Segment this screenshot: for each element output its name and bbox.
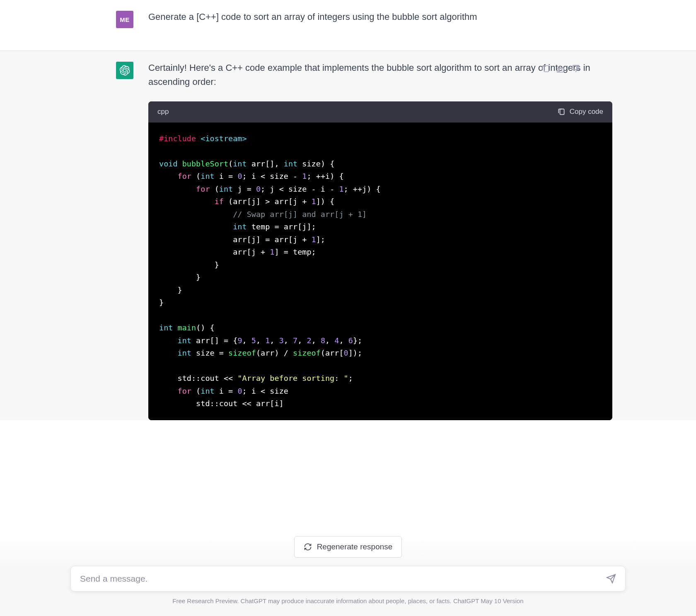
regenerate-label: Regenerate response xyxy=(317,542,393,551)
clipboard-icon xyxy=(541,64,550,73)
thumbs-down-icon xyxy=(571,64,580,73)
code-language-label: cpp xyxy=(157,106,169,117)
thumbs-down-button[interactable] xyxy=(571,64,580,73)
user-message: ME Generate a [C++] code to sort an arra… xyxy=(116,10,580,28)
message-actions xyxy=(541,64,580,73)
regenerate-button[interactable]: Regenerate response xyxy=(294,536,402,558)
user-avatar: ME xyxy=(116,11,133,28)
assistant-avatar xyxy=(116,62,133,79)
send-icon xyxy=(606,574,616,584)
conversation: ME Generate a [C++] code to sort an arra… xyxy=(0,0,696,420)
copy-code-label: Copy code xyxy=(570,106,603,117)
assistant-message: Certainly! Here's a C++ code example tha… xyxy=(116,61,580,420)
assistant-message-row: Certainly! Here's a C++ code example tha… xyxy=(0,51,696,420)
clipboard-icon xyxy=(557,108,566,116)
svg-rect-1 xyxy=(544,66,549,72)
code-block: cpp Copy code #include <iostream> void b… xyxy=(148,101,612,420)
copy-code-button[interactable]: Copy code xyxy=(557,106,603,117)
assistant-message-content: Certainly! Here's a C++ code example tha… xyxy=(148,61,662,420)
user-message-text: Generate a [C++] code to sort an array o… xyxy=(148,10,580,28)
code-content[interactable]: #include <iostream> void bubbleSort(int … xyxy=(148,123,612,420)
thumbs-up-icon xyxy=(556,64,565,73)
openai-logo-icon xyxy=(119,65,130,76)
code-block-header: cpp Copy code xyxy=(148,101,612,122)
send-button[interactable] xyxy=(606,574,616,584)
message-input[interactable] xyxy=(80,574,606,584)
svg-rect-0 xyxy=(560,109,564,115)
refresh-icon xyxy=(304,543,312,551)
thumbs-up-button[interactable] xyxy=(556,64,565,73)
message-input-container xyxy=(70,566,626,592)
user-message-row: ME Generate a [C++] code to sort an arra… xyxy=(0,0,696,51)
user-avatar-label: ME xyxy=(120,16,130,23)
input-area: Regenerate response Free Research Previe… xyxy=(0,536,696,616)
copy-message-button[interactable] xyxy=(541,64,550,73)
footer-disclaimer: Free Research Preview. ChatGPT may produ… xyxy=(70,597,626,604)
